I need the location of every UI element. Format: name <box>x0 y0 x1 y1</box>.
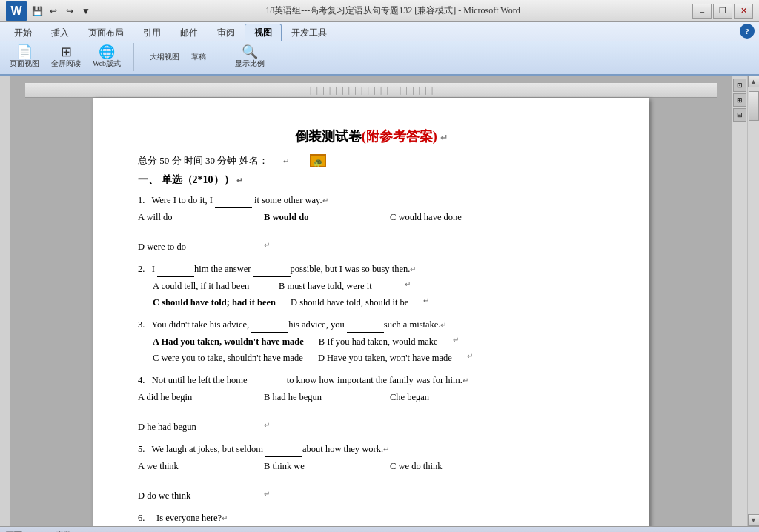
q5-options: A we think B think we C we do think D do… <box>138 459 605 503</box>
scroll-down-button[interactable]: ▼ <box>748 514 760 526</box>
panel-icon-3[interactable]: ⊟ <box>733 108 746 122</box>
customize-button[interactable]: ▼ <box>79 4 93 19</box>
q6-stem1: 6. –Is everyone here?↵ <box>138 511 605 525</box>
web-icon: 🌐 <box>99 45 115 59</box>
document-page: 倒装测试卷(附参考答案) ↵ 总分 50 分 时间 30 分钟 姓名： ↵ 🐢 … <box>93 98 649 526</box>
score-time-name: 总分 50 分 时间 30 分钟 姓名： <box>138 154 268 167</box>
zoom-icon: 🔍 <box>242 45 258 59</box>
q3-opts-row1: A Had you taken, wouldn't have made B If… <box>153 334 605 349</box>
q1-stem: 1. Were I to do it, I it some other way.… <box>138 193 605 208</box>
print-layout-icon: 📄 <box>16 45 33 59</box>
q4-stem: 4. Not until he left the home to know ho… <box>138 373 605 388</box>
fullscreen-icon: ⊞ <box>61 45 72 59</box>
ribbon-commands: 📄 页面视图 ⊞ 全屏阅读 🌐 Web版式 大纲视图 草稿 🔍 显示比 <box>0 41 759 74</box>
redo-button[interactable]: ↪ <box>62 4 77 19</box>
main-area: │ │ │ │ │ │ │ │ │ │ │ │ │ │ │ │ │ │ │ │ … <box>0 76 759 526</box>
window-title: 18英语组---高考复习定语从句专题132 [兼容模式] - Microsoft… <box>93 4 692 17</box>
q5-opt-c: C we do think <box>390 459 501 473</box>
q4-opt-a: A did he begin <box>138 390 249 405</box>
q1-opt-a: A will do <box>138 210 249 225</box>
quick-access-toolbar: 💾 ↩ ↪ ▼ <box>30 4 93 19</box>
q5-opt-a: A we think <box>138 459 249 473</box>
title-bar-left: W 💾 ↩ ↪ ▼ <box>6 1 93 21</box>
q2-opt-b: B must have told, were it <box>279 279 390 293</box>
q1-opt-c: C would have done <box>390 210 501 225</box>
q5-opt-b: B think we <box>264 459 375 473</box>
section-1-header: 一、 单选（2*10）） ↵ <box>138 173 605 187</box>
q5-stem: 5. We laugh at jokes, but seldom about h… <box>138 442 605 457</box>
q4-opt-d: D he had begun <box>138 419 249 434</box>
status-bar: 页面: 1/12 字数： 100% <box>0 526 759 532</box>
scroll-track[interactable] <box>748 87 760 514</box>
left-ruler <box>0 76 10 526</box>
panel-icon-2[interactable]: ⊞ <box>733 93 746 107</box>
question-5: 5. We laugh at jokes, but seldom about h… <box>138 442 605 503</box>
save-button[interactable]: 💾 <box>30 4 44 19</box>
question-1: 1. Were I to do it, I it some other way.… <box>138 193 605 254</box>
title-bar: W 💾 ↩ ↪ ▼ 18英语组---高考复习定语从句专题132 [兼容模式] -… <box>0 0 759 22</box>
print-layout-btn[interactable]: 📄 页面视图 <box>6 43 43 71</box>
q3-stem: 3. You didn't take his advice, his advic… <box>138 317 605 333</box>
question-4: 4. Not until he left the home to know ho… <box>138 373 605 434</box>
right-panel: ⊡ ⊞ ⊟ <box>732 76 747 526</box>
restore-button[interactable]: ❐ <box>713 4 732 19</box>
q2-stem: 2. I him the answer possible, but I was … <box>138 262 605 277</box>
scroll-up-button[interactable]: ▲ <box>748 76 760 87</box>
tab-view[interactable]: 视图 <box>245 24 282 41</box>
title-red-text: (附参考答案) <box>362 129 437 144</box>
undo-button[interactable]: ↩ <box>46 4 61 19</box>
q1-options: A will do B would do C would have done D… <box>138 210 605 254</box>
q1-opt-d: D were to do <box>138 239 249 254</box>
panel-icon-1[interactable]: ⊡ <box>733 79 746 92</box>
tab-start[interactable]: 开始 <box>4 24 42 41</box>
word-app-icon: W <box>6 1 27 21</box>
zoom-btn[interactable]: 🔍 显示比例 <box>231 43 268 71</box>
tab-insert[interactable]: 插入 <box>42 24 79 41</box>
q3-opt-d: D Have you taken, won't have made <box>318 350 452 365</box>
q2-options: A could tell, if it had been B must have… <box>153 279 605 310</box>
q3-options: A Had you taken, wouldn't have made B If… <box>153 334 605 365</box>
q3-opts-row2: C were you to take, shouldn't have made … <box>153 350 605 365</box>
q2-opt-c: C should have told; had it been <box>153 295 276 310</box>
help-button[interactable]: ? <box>740 24 755 39</box>
q2-opts-row1: A could tell, if it had been B must have… <box>153 279 605 293</box>
q4-opt-c: Che began <box>390 390 501 405</box>
q1-opt-b: B would do <box>264 210 375 225</box>
q5-opt-d: D do we think <box>138 488 249 503</box>
doc-info-line: 总分 50 分 时间 30 分钟 姓名： ↵ 🐢 <box>138 154 605 167</box>
tab-review[interactable]: 审阅 <box>208 24 245 41</box>
scroll-thumb[interactable] <box>749 91 759 121</box>
question-3: 3. You didn't take his advice, his advic… <box>138 317 605 365</box>
tab-developer[interactable]: 开发工具 <box>282 24 337 41</box>
q3-opt-a: A Had you taken, wouldn't have made <box>153 334 304 349</box>
document-area: │ │ │ │ │ │ │ │ │ │ │ │ │ │ │ │ │ │ │ │ … <box>10 76 732 526</box>
q3-opt-b: B If you had taken, would make <box>319 334 438 349</box>
fullscreen-btn[interactable]: ⊞ 全屏阅读 <box>47 43 84 71</box>
minimize-button[interactable]: – <box>692 4 712 19</box>
q4-opt-b: B had he begun <box>264 390 375 405</box>
title-cursor: ↵ <box>440 133 448 143</box>
enter-symbol-1: ↵ <box>283 157 289 165</box>
window-controls: – ❐ ✕ <box>692 4 753 19</box>
outline-btn[interactable]: 大纲视图 <box>146 50 183 64</box>
question-6: 6. –Is everyone here?↵ –Not yet…look, th… <box>138 511 605 526</box>
ribbon: 开始 插入 页面布局 引用 邮件 审阅 视图 开发工具 ? 📄 页面视图 ⊞ 全… <box>0 22 759 76</box>
ribbon-group-show: 大纲视图 草稿 <box>146 50 219 64</box>
tab-mail[interactable]: 邮件 <box>170 24 208 41</box>
document-title: 倒装测试卷(附参考答案) ↵ <box>138 127 605 145</box>
question-2: 2. I him the answer possible, but I was … <box>138 262 605 310</box>
tab-references[interactable]: 引用 <box>133 24 170 41</box>
close-button[interactable]: ✕ <box>734 4 753 19</box>
q2-opts-row2: C should have told; had it been D should… <box>153 295 605 310</box>
q2-opt-d: D should have told, should it be <box>291 295 408 310</box>
tab-layout[interactable]: 页面布局 <box>79 24 133 41</box>
web-layout-btn[interactable]: 🌐 Web版式 <box>89 43 125 71</box>
vertical-scrollbar: ▲ ▼ <box>747 76 759 526</box>
title-text: 倒装测试卷 <box>295 129 362 144</box>
turtle-icon: 🐢 <box>310 154 326 167</box>
draft-btn[interactable]: 草稿 <box>188 50 210 64</box>
ribbon-group-zoom: 🔍 显示比例 <box>231 43 277 71</box>
top-ruler: │ │ │ │ │ │ │ │ │ │ │ │ │ │ │ │ │ │ │ │ <box>25 83 717 98</box>
q2-opt-a: A could tell, if it had been <box>153 279 264 293</box>
ribbon-tabs: 开始 插入 页面布局 引用 邮件 审阅 视图 开发工具 ? <box>0 22 759 41</box>
